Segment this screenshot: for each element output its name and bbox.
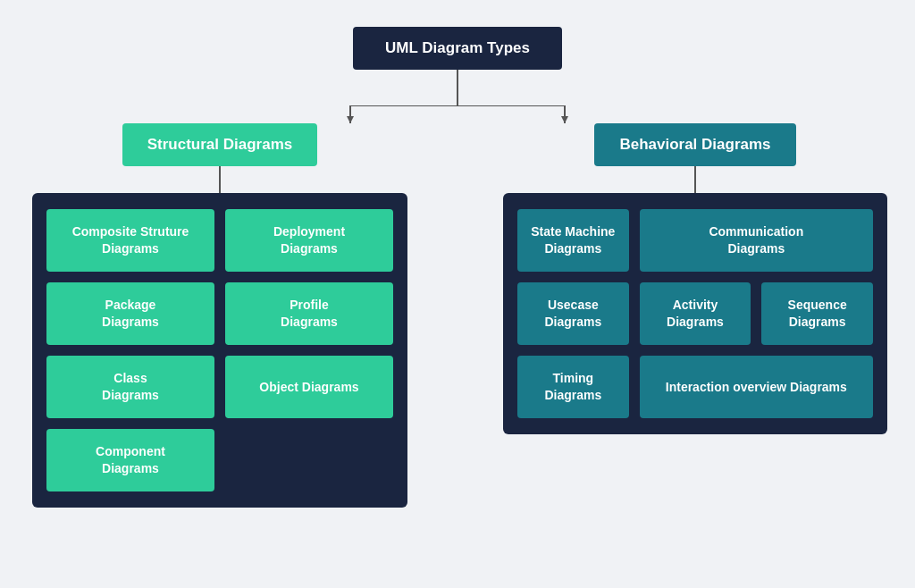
tile-object: Object Diagrams bbox=[225, 356, 393, 418]
tile-sequence: SequenceDiagrams bbox=[761, 282, 873, 345]
root-node: UML Diagram Types bbox=[353, 27, 562, 70]
tile-timing: Timing Diagrams bbox=[517, 356, 629, 418]
tile-communication: CommunicationDiagrams bbox=[640, 209, 873, 272]
tile-interaction: Interaction overview Diagrams bbox=[640, 356, 873, 418]
tile-composite: Composite StrutureDiagrams bbox=[46, 209, 214, 272]
tree-branches: Structural Diagrams Composite StrutureDi… bbox=[18, 123, 897, 508]
root-vertical-line bbox=[457, 70, 458, 105]
structural-diagrams-header: Structural Diagrams bbox=[122, 123, 318, 166]
tile-profile: ProfileDiagrams bbox=[225, 282, 393, 345]
behavioral-branch: Behavioral Diagrams State MachineDiagram… bbox=[493, 123, 897, 434]
behavioral-diagrams-header: Behavioral Diagrams bbox=[594, 123, 795, 166]
branch-horizontal bbox=[261, 105, 654, 123]
tile-component: ComponentDiagrams bbox=[46, 429, 214, 491]
structural-branch: Structural Diagrams Composite StrutureDi… bbox=[18, 123, 422, 508]
tile-package: PackageDiagrams bbox=[46, 282, 214, 345]
tile-state-machine: State MachineDiagrams bbox=[517, 209, 629, 272]
diagram-container: UML Diagram Types Structural Diagrams Co… bbox=[0, 0, 915, 588]
behavioral-vertical bbox=[694, 166, 696, 193]
svg-marker-6 bbox=[561, 116, 568, 123]
svg-marker-5 bbox=[347, 116, 354, 123]
tile-activity: ActivityDiagrams bbox=[640, 282, 751, 345]
tile-class: ClassDiagrams bbox=[46, 356, 214, 418]
structural-panel: Composite StrutureDiagrams DeploymentDia… bbox=[32, 193, 407, 508]
tile-deployment: DeploymentDiagrams bbox=[225, 209, 393, 272]
structural-vertical bbox=[219, 166, 221, 193]
behavioral-panel: State MachineDiagrams CommunicationDiagr… bbox=[503, 193, 887, 434]
tile-usecase: UsecaseDiagrams bbox=[517, 282, 629, 345]
